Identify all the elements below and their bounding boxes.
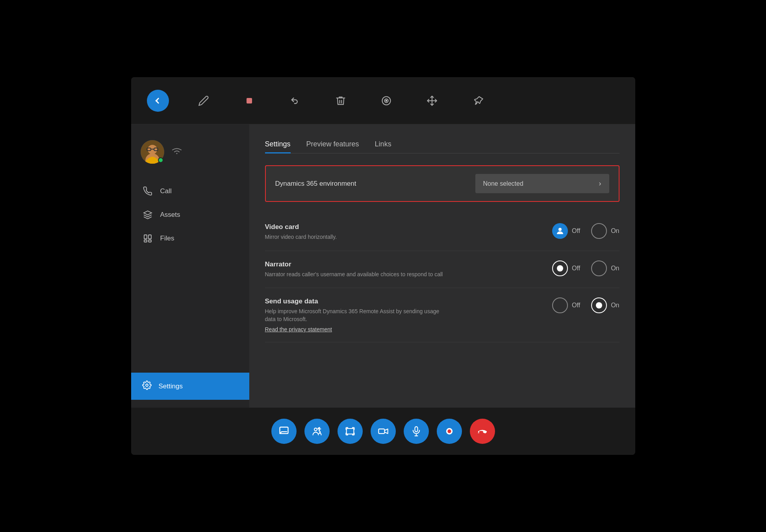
video-card-title: Video card <box>265 223 545 231</box>
narrator-off-label: Off <box>572 265 580 272</box>
tab-links[interactable]: Links <box>375 136 391 153</box>
svg-rect-13 <box>148 235 151 239</box>
tabs: Settings Preview features Links <box>265 136 619 153</box>
hangup-button[interactable] <box>470 419 495 444</box>
narrator-off-option[interactable]: Off <box>552 260 580 276</box>
narrator-on-label: On <box>611 265 619 272</box>
svg-point-0 <box>153 96 162 105</box>
send-usage-off-option[interactable]: Off <box>552 297 580 313</box>
narrator-off-radio[interactable] <box>552 260 568 276</box>
sidebar-item-call[interactable]: Call <box>131 179 249 203</box>
screenshot-icon <box>345 426 356 437</box>
send-usage-on-option[interactable]: On <box>591 297 619 313</box>
video-button[interactable] <box>371 419 396 444</box>
send-usage-on-radio[interactable] <box>591 297 607 313</box>
chevron-right-icon: › <box>599 179 601 188</box>
svg-rect-22 <box>346 429 354 434</box>
video-card-radio-group: Off On <box>544 223 619 239</box>
svg-rect-14 <box>144 240 147 242</box>
files-label: Files <box>160 235 174 242</box>
narrator-info: Narrator Narrator reads caller's usernam… <box>265 260 545 279</box>
back-icon <box>152 95 163 106</box>
svg-point-28 <box>447 429 451 433</box>
assets-label: Assets <box>160 211 180 219</box>
narrator-off-inner <box>557 265 563 272</box>
call-label: Call <box>160 187 172 195</box>
stop-button[interactable] <box>238 90 260 112</box>
send-usage-on-label: On <box>611 302 619 309</box>
pin-icon <box>472 95 483 106</box>
sidebar-nav: Call Assets <box>131 172 249 373</box>
video-card-off-label: Off <box>572 227 580 235</box>
send-usage-info: Send usage data Help improve Microsoft D… <box>265 297 545 332</box>
sidebar-item-settings[interactable]: Settings <box>131 373 249 400</box>
stop-icon <box>244 95 255 106</box>
top-toolbar <box>131 77 635 124</box>
pen-button[interactable] <box>193 90 215 112</box>
record-button[interactable] <box>437 419 462 444</box>
svg-point-1 <box>156 100 158 102</box>
send-usage-desc: Help improve Microsoft Dynamics 365 Remo… <box>265 308 446 323</box>
trash-icon <box>335 95 346 106</box>
env-selector-value: None selected <box>483 180 591 187</box>
bottom-toolbar <box>131 408 635 455</box>
chat-button[interactable] <box>271 419 297 444</box>
video-card-on-option[interactable]: On <box>591 223 619 239</box>
send-usage-radio-group: Off On <box>544 297 619 313</box>
send-usage-on-inner <box>596 302 602 308</box>
dynamics-env-box[interactable]: Dynamics 365 environment None selected › <box>265 165 619 202</box>
settings-label: Settings <box>159 382 183 390</box>
video-card-avatar-icon <box>552 223 568 239</box>
main-content: Call Assets <box>131 124 635 408</box>
svg-point-16 <box>146 384 148 386</box>
assets-icon <box>142 210 153 220</box>
svg-rect-12 <box>144 235 147 239</box>
trash-button[interactable] <box>330 90 352 112</box>
narrator-on-radio[interactable] <box>591 260 607 276</box>
narrator-radio-group: Off On <box>544 260 619 276</box>
sidebar-item-assets[interactable]: Assets <box>131 203 249 227</box>
send-usage-off-label: Off <box>572 302 580 309</box>
narrator-on-option[interactable]: On <box>591 260 619 276</box>
chat-icon <box>278 426 289 437</box>
target-button[interactable] <box>375 90 397 112</box>
send-usage-off-radio[interactable] <box>552 297 568 313</box>
video-card-info: Video card Mirror video card horizontall… <box>265 223 545 241</box>
narrator-row: Narrator Narrator reads caller's usernam… <box>265 251 619 288</box>
svg-point-17 <box>558 228 562 231</box>
video-card-off-option[interactable]: Off <box>552 223 580 239</box>
undo-icon <box>289 95 300 106</box>
env-selector[interactable]: None selected › <box>475 174 609 193</box>
sidebar-item-files[interactable]: Files <box>131 227 249 250</box>
wifi-icon <box>171 146 183 158</box>
status-dot <box>158 157 163 163</box>
sidebar-profile <box>131 132 249 172</box>
send-usage-row: Send usage data Help improve Microsoft D… <box>265 288 619 342</box>
mic-button[interactable] <box>404 419 429 444</box>
phone-icon <box>142 187 153 196</box>
hangup-icon <box>477 426 488 437</box>
app-window: Call Assets <box>131 77 635 455</box>
svg-point-5 <box>386 100 386 101</box>
move-icon <box>427 95 438 106</box>
narrator-desc: Narrator reads caller's username and ava… <box>265 271 446 279</box>
dynamics-env-label: Dynamics 365 environment <box>275 180 475 188</box>
participants-button[interactable] <box>304 419 330 444</box>
move-button[interactable] <box>421 90 443 112</box>
privacy-link[interactable]: Read the privacy statement <box>265 326 545 332</box>
pen-icon <box>198 95 209 106</box>
back-button[interactable] <box>147 90 169 112</box>
tab-preview[interactable]: Preview features <box>306 136 359 153</box>
record-icon <box>444 426 455 437</box>
svg-point-19 <box>314 428 317 431</box>
tab-settings[interactable]: Settings <box>265 136 291 153</box>
screenshot-button[interactable] <box>338 419 363 444</box>
video-card-desc: Mirror video card horizontally. <box>265 233 446 241</box>
pin-button[interactable] <box>467 90 489 112</box>
participants-icon <box>312 426 323 437</box>
send-usage-title: Send usage data <box>265 297 545 305</box>
mic-icon <box>411 426 422 437</box>
video-card-on-radio[interactable] <box>591 223 607 239</box>
svg-rect-23 <box>378 429 384 434</box>
undo-button[interactable] <box>284 90 306 112</box>
